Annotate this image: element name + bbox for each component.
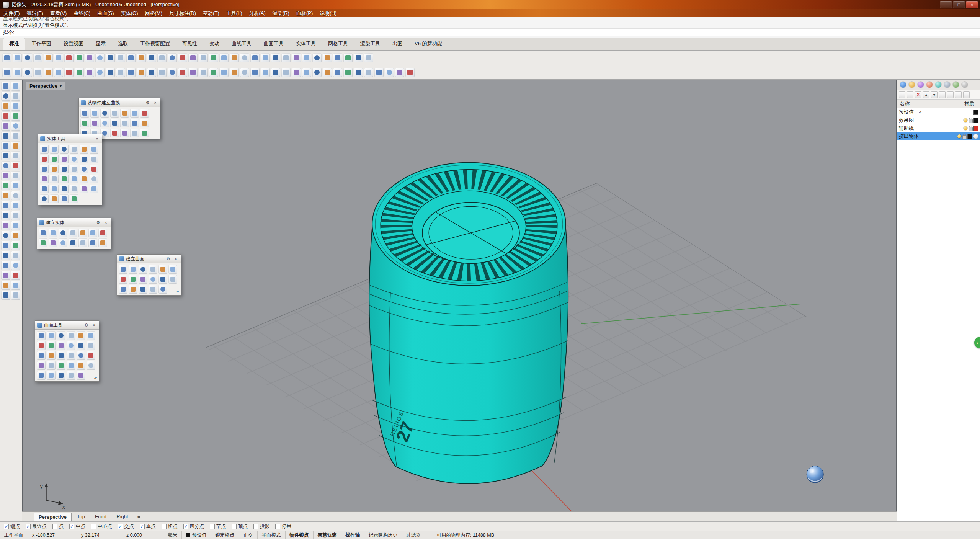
menu-file[interactable]: 文件(F) bbox=[0, 10, 23, 17]
toolbar-icon[interactable] bbox=[178, 53, 187, 62]
menu-edit[interactable]: 编辑(E) bbox=[23, 10, 47, 17]
toolbar-icon[interactable] bbox=[85, 53, 94, 62]
viewport-title[interactable]: Perspective ▾ bbox=[26, 82, 65, 90]
close-icon[interactable]: × bbox=[173, 256, 179, 261]
tool-icon[interactable] bbox=[67, 371, 75, 380]
tool-icon[interactable] bbox=[49, 229, 57, 237]
sidebar-tool-icon[interactable] bbox=[1, 181, 10, 190]
toolbar-icon[interactable] bbox=[199, 53, 208, 62]
toolbar-icon[interactable] bbox=[168, 53, 177, 62]
checkbox[interactable] bbox=[162, 524, 167, 529]
tool-icon[interactable] bbox=[69, 238, 77, 247]
tool-icon[interactable] bbox=[168, 265, 177, 274]
tab-cplane[interactable]: 工作平面 bbox=[25, 38, 57, 50]
toggle-grid-snap[interactable]: 锁定格点 bbox=[211, 531, 239, 539]
toolbar-icon[interactable] bbox=[157, 68, 167, 77]
toolbar-icon[interactable] bbox=[44, 68, 53, 77]
sidebar-tool-icon[interactable] bbox=[1, 171, 10, 180]
sidebar-tool-icon[interactable] bbox=[1, 141, 10, 150]
tool-icon[interactable] bbox=[37, 341, 46, 350]
toolbar-icon[interactable] bbox=[354, 68, 363, 77]
tool-icon[interactable] bbox=[158, 265, 167, 274]
sidebar-tool-icon[interactable] bbox=[1, 91, 10, 101]
toggle-planar[interactable]: 平面模式 bbox=[258, 531, 286, 539]
sidebar-tool-icon[interactable] bbox=[1, 261, 10, 270]
tab-display[interactable]: 显示 bbox=[90, 38, 112, 50]
tool-icon[interactable] bbox=[77, 361, 85, 370]
toolbar-icon[interactable] bbox=[2, 68, 11, 77]
tool-icon[interactable] bbox=[60, 175, 69, 183]
menu-help[interactable]: 说明(H) bbox=[316, 10, 340, 17]
sidebar-tool-icon[interactable] bbox=[11, 281, 20, 290]
menu-transform[interactable]: 变动(T) bbox=[199, 10, 223, 17]
tool-icon[interactable] bbox=[70, 194, 78, 203]
lock-icon[interactable] bbox=[969, 127, 972, 131]
maximize-button[interactable]: □ bbox=[953, 1, 965, 8]
toolbar-icon[interactable] bbox=[54, 53, 63, 62]
tool-icon[interactable] bbox=[90, 185, 98, 193]
toolbar-icon[interactable] bbox=[374, 68, 384, 77]
sidebar-tool-icon[interactable] bbox=[11, 261, 20, 270]
osnap-perpendicular[interactable]: ✓垂点 bbox=[140, 523, 156, 530]
tool-icon[interactable] bbox=[47, 351, 56, 360]
osnap-point[interactable]: 点 bbox=[52, 523, 64, 530]
toolbar-icon[interactable] bbox=[95, 68, 105, 77]
tool-icon[interactable] bbox=[60, 145, 69, 154]
sidebar-tool-icon[interactable] bbox=[11, 111, 20, 121]
sidebar-tool-icon[interactable] bbox=[1, 151, 10, 160]
tab-curve-tools[interactable]: 曲线工具 bbox=[225, 38, 258, 50]
close-icon[interactable]: × bbox=[94, 136, 100, 141]
toolbar-icon[interactable] bbox=[126, 53, 136, 62]
toolbar-icon[interactable] bbox=[106, 68, 115, 77]
toolbar-icon[interactable] bbox=[261, 68, 270, 77]
palette-titlebar[interactable]: 建立实体 ⚙ × bbox=[37, 218, 111, 227]
tool-icon[interactable] bbox=[90, 155, 98, 163]
tool-icon[interactable] bbox=[47, 371, 56, 380]
tool-icon[interactable] bbox=[140, 109, 149, 118]
chevron-down-icon[interactable]: ▾ bbox=[60, 84, 62, 88]
tool-icon[interactable] bbox=[80, 119, 89, 127]
toolbar-icon[interactable] bbox=[343, 53, 353, 62]
tool-icon[interactable] bbox=[80, 185, 88, 193]
osnap-knot[interactable]: 节点 bbox=[210, 523, 226, 530]
toolbar-icon[interactable] bbox=[312, 53, 322, 62]
vp-tab-right[interactable]: Right bbox=[112, 513, 132, 521]
toolbar-icon[interactable] bbox=[126, 68, 136, 77]
sidebar-tool-icon[interactable] bbox=[1, 291, 10, 300]
tool-icon[interactable] bbox=[37, 371, 46, 380]
menu-surface[interactable]: 曲面(S) bbox=[94, 10, 117, 17]
toolbar-icon[interactable] bbox=[354, 53, 363, 62]
toolbar-icon[interactable] bbox=[209, 53, 218, 62]
checkbox[interactable]: ✓ bbox=[118, 524, 123, 529]
checkbox[interactable]: ✓ bbox=[183, 524, 188, 529]
toolbar-icon[interactable] bbox=[302, 68, 311, 77]
tool-icon[interactable] bbox=[70, 175, 78, 183]
tool-icon[interactable] bbox=[149, 275, 157, 284]
tool-icon[interactable] bbox=[60, 194, 69, 203]
viewport-canvas[interactable]: HELIOS 27 y x bbox=[23, 80, 896, 511]
current-layer-cell[interactable]: 预设值 bbox=[182, 531, 211, 539]
layer-row-guides[interactable]: 辅助线 bbox=[897, 124, 980, 132]
tool-icon[interactable] bbox=[98, 229, 107, 237]
lock-icon[interactable] bbox=[969, 119, 972, 122]
toolbar-icon[interactable] bbox=[137, 53, 146, 62]
sidebar-tool-icon[interactable] bbox=[11, 101, 20, 111]
menu-solid[interactable]: 实体(O) bbox=[118, 10, 142, 17]
units-cell[interactable]: 毫米 bbox=[163, 531, 182, 539]
tool-icon[interactable] bbox=[69, 229, 77, 237]
toolbar-icon[interactable] bbox=[188, 68, 198, 77]
tool-icon[interactable] bbox=[40, 155, 49, 163]
toolbar-icon[interactable] bbox=[168, 68, 177, 77]
tool-icon[interactable] bbox=[77, 331, 85, 340]
tool-icon[interactable] bbox=[67, 331, 75, 340]
layer-row-render[interactable]: 效果图 bbox=[897, 116, 980, 124]
toggle-gumball[interactable]: 操作轴 bbox=[341, 531, 365, 539]
tab-mesh-tools[interactable]: 网格工具 bbox=[322, 38, 354, 50]
tool-icon[interactable] bbox=[39, 229, 47, 237]
panel-tab-icon[interactable] bbox=[909, 82, 915, 88]
tool-icon[interactable] bbox=[57, 341, 65, 350]
tool-icon[interactable] bbox=[100, 109, 109, 118]
palette-titlebar[interactable]: 建立曲面 ⚙ × bbox=[117, 255, 181, 263]
toggle-smarttrack[interactable]: 智慧轨迹 bbox=[314, 531, 341, 539]
toolbar-icon[interactable] bbox=[333, 68, 342, 77]
